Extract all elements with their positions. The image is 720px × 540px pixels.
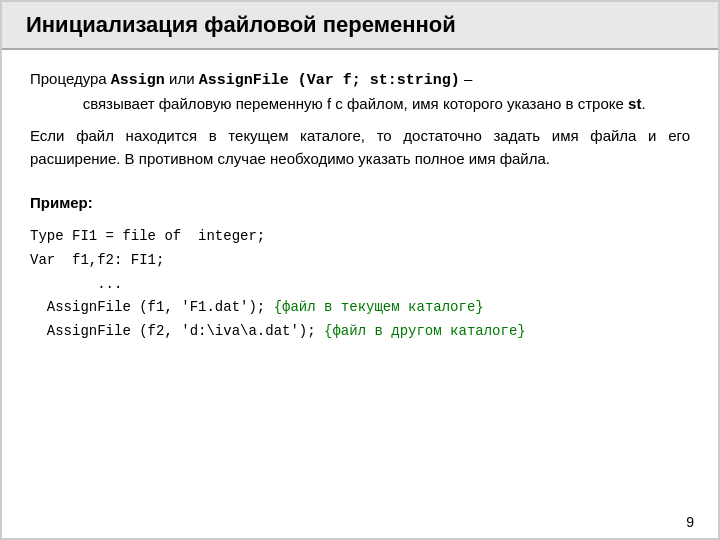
para1-prefix: Процедура xyxy=(30,70,111,87)
code-line3-text: ... xyxy=(30,276,122,292)
code-line-5: AssignFile (f2, 'd:\iva\a.dat'); {файл в… xyxy=(30,320,690,344)
code-line4-comment: {файл в текущем каталоге} xyxy=(265,299,483,315)
assign-keyword: Assign xyxy=(111,72,165,89)
code-line-4: AssignFile (f1, 'F1.dat'); {файл в текущ… xyxy=(30,296,690,320)
code-line-3: ... xyxy=(30,273,690,297)
slide-title: Инициализация файловой переменной xyxy=(26,12,694,38)
code-block: Type FI1 = file of integer; Var f1,f2: F… xyxy=(30,225,690,344)
code-line-2: Var f1,f2: FI1; xyxy=(30,249,690,273)
example-label: Пример: xyxy=(30,194,690,211)
assignfile-keyword: AssignFile xyxy=(199,72,289,89)
code-line5-comment: {файл в другом каталоге} xyxy=(316,323,526,339)
code-line5-str: 'd:\iva\a.dat'); xyxy=(181,323,315,339)
paragraph-2: Если файл находится в текущем каталоге, … xyxy=(30,125,690,170)
slide-header: Инициализация файловой переменной xyxy=(2,2,718,50)
code-line4-pre: AssignFile (f1, xyxy=(30,299,181,315)
slide: Инициализация файловой переменной Процед… xyxy=(0,0,720,540)
para1-dash: – xyxy=(460,70,473,87)
code-line5-pre: AssignFile (f2, xyxy=(30,323,181,339)
st-bold: st xyxy=(628,95,641,112)
code-line4-str: 'F1.dat'); xyxy=(181,299,265,315)
slide-body: Процедура Assign или AssignFile (Var f; … xyxy=(2,50,718,510)
page-number: 9 xyxy=(2,510,718,538)
para1-or: или xyxy=(165,70,199,87)
para1-rest-indent: связывает файловую переменную f с файлом… xyxy=(66,95,646,112)
code-line2-text: Var f1,f2: FI1; xyxy=(30,252,164,268)
code-line1-text: Type FI1 = file of integer; xyxy=(30,228,265,244)
para1-signature: (Var f; st:string) xyxy=(289,72,460,89)
para2-text: Если файл находится в текущем каталоге, … xyxy=(30,125,690,170)
code-line-1: Type FI1 = file of integer; xyxy=(30,225,690,249)
paragraph-1: Процедура Assign или AssignFile (Var f; … xyxy=(30,68,690,115)
